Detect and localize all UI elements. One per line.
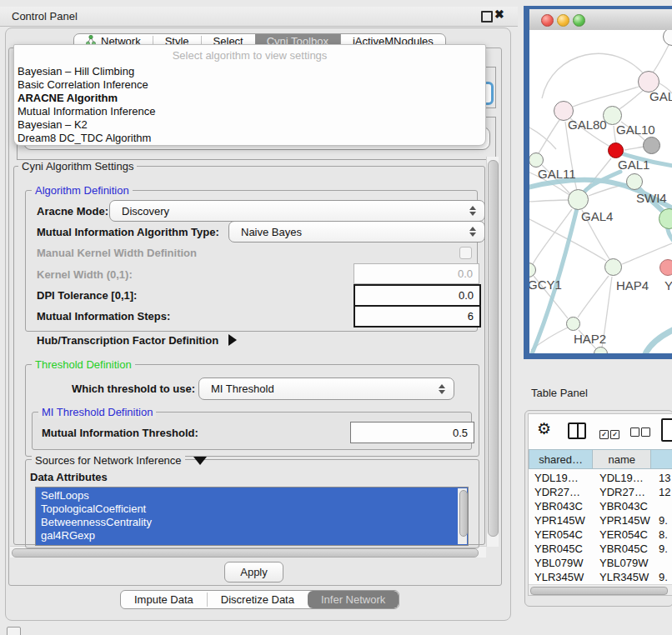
cell[interactable]: YDR27…	[529, 486, 594, 500]
mi-algorithm-type-combo[interactable]: Naive Bayes	[228, 221, 485, 242]
settings-vertical-scrollbar[interactable]	[486, 157, 499, 547]
tab-impute-data[interactable]: Impute Data	[121, 591, 207, 608]
cell[interactable]: YDR27…	[594, 486, 653, 500]
page-icon[interactable]	[661, 418, 672, 442]
node-hap2[interactable]	[566, 317, 580, 331]
zoom-traffic-light[interactable]	[573, 14, 585, 27]
cell[interactable]: YBR045C	[529, 542, 594, 557]
cell[interactable]: YLR345W	[529, 571, 594, 585]
list-scrollbar-thumb[interactable]	[459, 490, 468, 537]
node-label: GAL4	[581, 209, 613, 223]
cell[interactable]: 13	[653, 472, 672, 486]
dropdown-item[interactable]: Bayesian – Hill Climbing	[17, 65, 476, 78]
cell[interactable]: YER054C	[529, 528, 594, 542]
table-row[interactable]: YLR345WYLR345W9.	[529, 571, 672, 585]
dropdown-item[interactable]: Dream8 DC_TDC Algorithm	[17, 132, 476, 145]
list-item[interactable]: BetweennessCentrality	[41, 516, 152, 529]
table-panel-title: Table Panel	[531, 387, 588, 399]
cell[interactable]: YPR145W	[529, 514, 594, 528]
cell[interactable]: YBR045C	[594, 542, 653, 557]
node-swi4[interactable]	[626, 173, 643, 190]
cell[interactable]: 8.	[653, 528, 672, 542]
select-all-checks-icon[interactable]: ✓✓	[599, 427, 621, 439]
cell[interactable]: YLR345W	[594, 571, 653, 585]
table-row[interactable]: YPR145WYPR145W9.	[529, 514, 672, 528]
settings-vertical-scrollbar-thumb[interactable]	[488, 160, 499, 537]
table-toolbar: ⚙ ✓✓	[529, 414, 672, 446]
cell[interactable]: YDL19…	[529, 472, 594, 486]
aracne-mode-combo[interactable]: Discovery	[109, 200, 485, 222]
minimize-traffic-light[interactable]	[557, 14, 569, 27]
cell[interactable]	[653, 557, 672, 571]
cell[interactable]: 12	[653, 486, 672, 500]
cell[interactable]: YDL19…	[594, 472, 653, 486]
network-window-titlebar[interactable]	[529, 9, 672, 31]
dropdown-item-selected[interactable]: ARACNE Algorithm	[17, 92, 476, 105]
table-scrollbar-thumb[interactable]	[530, 587, 668, 595]
column-header-clipped[interactable]	[651, 449, 672, 469]
node-label: SWI4	[636, 191, 667, 205]
float-window-icon[interactable]	[481, 11, 493, 22]
column-header-name[interactable]: name	[593, 449, 651, 469]
table-horizontal-scrollbar[interactable]	[529, 584, 672, 596]
node-label: GAL	[649, 89, 672, 103]
minimized-panel-icon[interactable]	[7, 627, 21, 635]
tab-discretize-data[interactable]: Discretize Data	[208, 591, 308, 608]
mi-threshold-definition-title: MI Threshold Definition	[38, 406, 156, 418]
list-item[interactable]: gal4RGexp	[41, 529, 95, 542]
apply-button-label: Apply	[240, 566, 268, 578]
table-row[interactable]: YBR043CYBR043C	[529, 500, 672, 514]
cell[interactable]	[653, 500, 672, 514]
list-vertical-scrollbar[interactable]	[458, 488, 467, 544]
kernel-width-field[interactable]: 0.0	[354, 263, 479, 284]
cell[interactable]: YBR043C	[529, 500, 594, 514]
collapse-down-icon[interactable]	[193, 457, 207, 465]
mi-threshold-label: Mutual Information Threshold:	[42, 427, 198, 439]
screen: Control Panel ✖ Network Style Select	[0, 0, 672, 635]
data-attributes-label: Data Attributes	[30, 471, 108, 483]
table-row[interactable]: YBR045CYBR045C9.	[529, 542, 672, 557]
cell[interactable]: 9.	[653, 542, 672, 557]
cell[interactable]: 9.	[653, 514, 672, 528]
close-icon[interactable]: ✖	[494, 8, 504, 21]
settings-gear-icon[interactable]: ⚙	[537, 419, 551, 438]
node-salmon[interactable]	[659, 259, 672, 276]
split-columns-icon[interactable]	[568, 422, 586, 439]
list-item[interactable]: TopologicalCoefficient	[41, 502, 146, 516]
table-row[interactable]: YBL079WYBL079W	[529, 557, 672, 571]
cell[interactable]: YBL079W	[594, 557, 653, 571]
cell[interactable]: YBR043C	[594, 500, 653, 514]
mi-steps-field[interactable]: 6	[354, 305, 481, 328]
expand-right-icon[interactable]	[228, 334, 237, 346]
settings-horizontal-scrollbar-thumb[interactable]	[12, 548, 479, 558]
dpi-tolerance-field[interactable]: 0.0	[354, 284, 481, 307]
apply-button[interactable]: Apply	[224, 562, 283, 582]
which-threshold-combo[interactable]: MI Threshold	[198, 378, 454, 400]
node-hap4[interactable]	[604, 258, 622, 276]
node-label: GAL80	[568, 118, 607, 132]
network-canvas[interactable]: GAL GAL80 GAL10 GAL1 GAL11 SWI4 GAL4 GCY…	[529, 30, 672, 353]
dropdown-item[interactable]: Mutual Information Inference	[17, 105, 476, 118]
cell[interactable]: YER054C	[594, 528, 653, 542]
table-row[interactable]: YDL19…YDL19…13	[529, 472, 672, 486]
tab-infer-network[interactable]: Infer Network	[308, 591, 399, 608]
mi-algorithm-type-label: Mutual Information Algorithm Type:	[37, 226, 219, 238]
which-threshold-label: Which threshold to use:	[72, 382, 195, 395]
node-gal4[interactable]	[568, 189, 589, 210]
table-row[interactable]: YDR27…YDR27…12	[529, 486, 672, 500]
mi-threshold-field[interactable]: 0.5	[350, 422, 474, 443]
manual-kernel-checkbox[interactable]	[459, 247, 472, 259]
algorithm-dropdown: Select algorithm to view settings Bayesi…	[13, 44, 486, 146]
cell[interactable]: 9.	[653, 571, 672, 585]
cell[interactable]: YPR145W	[594, 514, 653, 528]
node-gray[interactable]	[643, 137, 660, 154]
dropdown-item[interactable]: Bayesian – K2	[17, 118, 476, 132]
deselect-all-checks-icon[interactable]	[630, 427, 652, 439]
close-traffic-light[interactable]	[541, 14, 554, 27]
table-row[interactable]: YER054CYER054C8.	[529, 528, 672, 542]
list-item[interactable]: SelfLoops	[41, 489, 89, 502]
dropdown-item[interactable]: Basic Correlation Inference	[17, 78, 476, 92]
column-header-shared[interactable]: shared…	[529, 449, 593, 469]
node-gal1[interactable]	[608, 142, 624, 158]
cell[interactable]: YBL079W	[529, 557, 594, 571]
